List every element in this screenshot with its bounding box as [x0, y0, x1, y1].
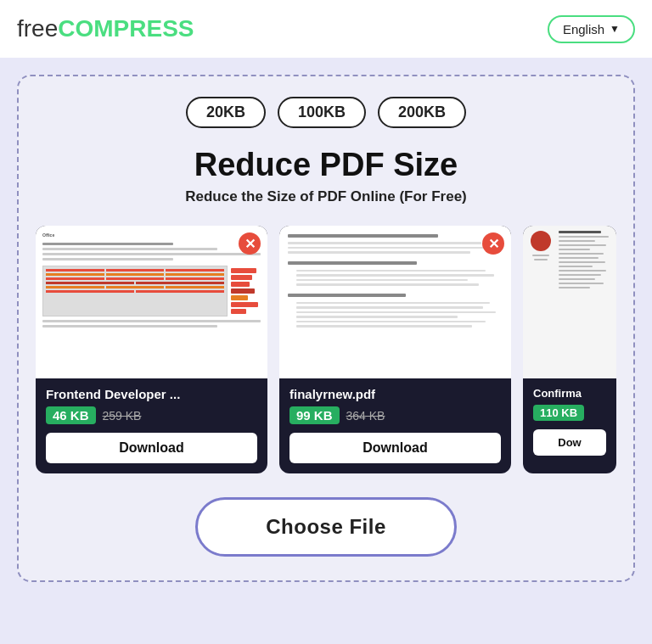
card-1-filename: Frontend Developer ...: [46, 387, 257, 401]
close-card-2-button[interactable]: ✕: [482, 232, 504, 255]
choose-file-button[interactable]: Choose File: [195, 497, 457, 557]
card-3-sizes: 110 KB: [533, 405, 606, 421]
logo: freeCOMPRESS: [17, 15, 194, 42]
size-badge-200kb[interactable]: 200KB: [378, 97, 466, 128]
language-button[interactable]: English ▼: [548, 15, 635, 43]
pdf-preview-2: [279, 226, 511, 378]
main-content: 20KB 100KB 200KB Reduce PDF Size Reduce …: [0, 58, 652, 644]
cert-left: [528, 231, 554, 373]
pdf-preview-3: [523, 226, 616, 378]
cert-logo-icon: [531, 231, 551, 251]
card-3-preview: [523, 226, 616, 378]
card-2-size-old: 364 KB: [346, 409, 385, 423]
page-subtitle: Reduce the Size of PDF Online (For Free): [185, 188, 467, 205]
card-2-info: finalyrnew.pdf 99 KB 364 KB Download: [279, 378, 511, 473]
card-2: ✕ finalyrnew.pdf 99 KB 364 KB Download: [279, 226, 511, 473]
language-label: English: [563, 22, 604, 36]
card-1-preview: Office: [36, 226, 267, 378]
card-1: Office: [36, 226, 267, 473]
card-1-download-button[interactable]: Download: [46, 433, 257, 463]
card-2-download-button[interactable]: Download: [289, 433, 501, 463]
size-badge-100kb[interactable]: 100KB: [278, 97, 366, 128]
card-3-size-new: 110 KB: [533, 405, 584, 421]
size-badges-row: 20KB 100KB 200KB: [186, 97, 466, 128]
header: freeCOMPRESS English ▼: [0, 0, 652, 58]
card-1-size-new: 46 KB: [46, 406, 96, 424]
dashed-container: 20KB 100KB 200KB Reduce PDF Size Reduce …: [17, 75, 635, 582]
card-1-size-old: 259 KB: [103, 409, 142, 423]
card-3-filename: Confirma: [533, 387, 606, 400]
cert-right: [559, 231, 611, 373]
logo-free: free: [17, 15, 58, 42]
card-2-size-new: 99 KB: [289, 406, 340, 424]
chevron-down-icon: ▼: [610, 23, 620, 35]
pdf-preview-1: Office: [36, 226, 267, 378]
card-2-filename: finalyrnew.pdf: [289, 387, 501, 401]
card-2-preview: ✕: [279, 226, 511, 378]
card-3: Confirma 110 KB Dow: [523, 226, 616, 473]
size-badge-20kb[interactable]: 20KB: [186, 97, 266, 128]
close-card-1-button[interactable]: ✕: [239, 232, 261, 255]
cards-row: Office: [36, 226, 616, 473]
card-3-download-button[interactable]: Dow: [533, 429, 606, 456]
page-title: Reduce PDF Size: [194, 147, 458, 183]
card-1-info: Frontend Developer ... 46 KB 259 KB Down…: [36, 378, 267, 473]
card-3-info: Confirma 110 KB Dow: [523, 378, 616, 473]
card-2-sizes: 99 KB 364 KB: [289, 406, 501, 424]
card-1-sizes: 46 KB 259 KB: [46, 406, 257, 424]
logo-compress: COMPRESS: [58, 15, 194, 42]
